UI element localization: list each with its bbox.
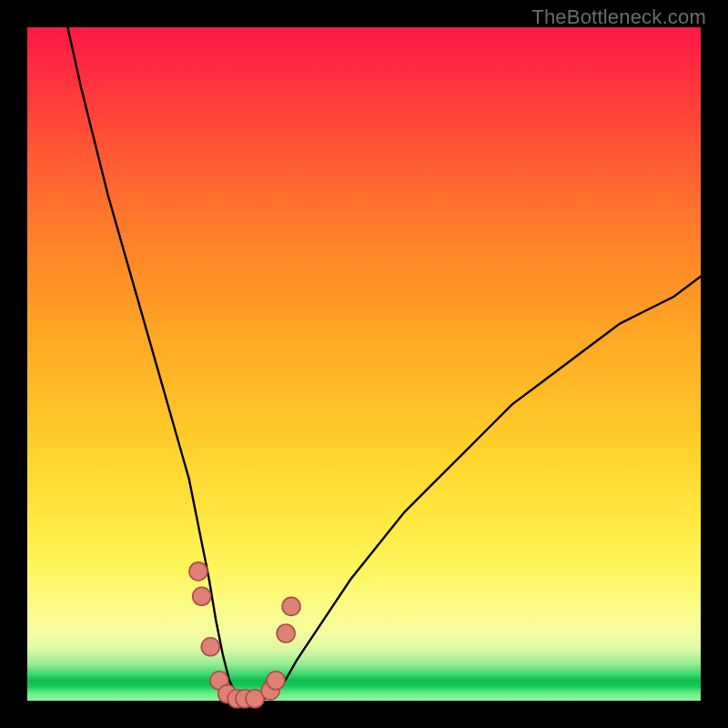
highlight-marker [282, 597, 300, 615]
bottleneck-curve [67, 27, 701, 701]
highlight-marker [201, 638, 219, 656]
highlight-marker [189, 562, 207, 581]
highlight-marker [277, 624, 295, 642]
highlight-markers [189, 562, 300, 708]
chart-overlay [27, 27, 701, 701]
highlight-marker [267, 672, 285, 690]
branding-label: TheBottleneck.com [531, 5, 706, 29]
chart-container: TheBottleneck.com [0, 0, 728, 728]
highlight-marker [193, 587, 211, 605]
